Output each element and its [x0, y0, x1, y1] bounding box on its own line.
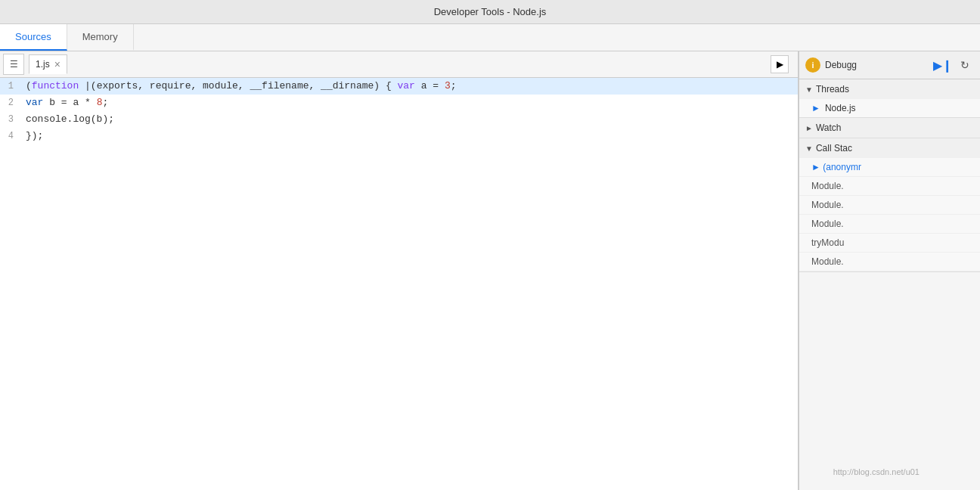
callstack-frame-label: Module.: [811, 219, 844, 229]
title-bar: Developer Tools - Node.js: [0, 0, 980, 24]
file-tab-1js[interactable]: 1.js ×: [29, 54, 67, 74]
callstack-frame-label: Module.: [811, 181, 844, 191]
callstack-item[interactable]: ► (anonymr: [799, 158, 980, 177]
callstack-item[interactable]: tryModu: [799, 234, 980, 253]
line-number: 3: [0, 111, 23, 128]
code-line: console.log(b);: [23, 111, 798, 128]
title-text: Developer Tools - Node.js: [434, 6, 547, 17]
editor-panel: ☰ 1.js × ▶ 1 (function |(exports, requir…: [0, 51, 799, 490]
callstack-item[interactable]: Module.: [799, 177, 980, 196]
threads-section-header[interactable]: ▼ Threads: [799, 79, 980, 99]
step-over-button[interactable]: ↻: [956, 56, 974, 74]
debugger-panel: i Debugg ▶❙ ↻ ▼ Threads ► Node.js ► Watc…: [799, 51, 980, 490]
run-btn-area: ▶: [771, 55, 795, 73]
watermark: http://blog.csdn.net/u01: [833, 467, 920, 476]
watch-collapse-arrow: ►: [805, 124, 813, 132]
callstack-frame-label: tryModu: [811, 237, 844, 248]
active-thread-arrow: ►: [811, 103, 820, 113]
code-line: (function |(exports, require, module, __…: [23, 78, 798, 95]
table-row: 1 (function |(exports, require, module, …: [0, 78, 798, 95]
file-tab-close-button[interactable]: ×: [54, 59, 60, 70]
run-script-button[interactable]: ▶: [771, 55, 789, 73]
code-line: });: [23, 128, 798, 144]
watch-section: ► Watch: [799, 118, 980, 138]
debug-info-icon: i: [805, 57, 820, 73]
callstack-frame-label: Module.: [811, 256, 844, 267]
table-row: 2 var b = a * 8;: [0, 95, 798, 111]
code-table: 1 (function |(exports, require, module, …: [0, 78, 798, 144]
debug-title-label: Debugg: [825, 60, 929, 70]
watch-label: Watch: [816, 122, 842, 133]
folder-toggle-button[interactable]: ☰: [3, 54, 24, 75]
thread-name: Node.js: [825, 103, 856, 113]
resume-button[interactable]: ▶❙: [933, 56, 951, 74]
folder-icon: ☰: [10, 59, 18, 70]
callstack-section: ▼ Call Stac ► (anonymr Module. Module. M…: [799, 138, 980, 272]
file-tab-label: 1.js: [36, 59, 50, 70]
tab-sources[interactable]: Sources: [0, 24, 67, 51]
line-number: 1: [0, 78, 23, 95]
file-tabs-bar: ☰ 1.js × ▶: [0, 51, 798, 78]
run-icon: ▶: [777, 59, 783, 70]
watch-section-header[interactable]: ► Watch: [799, 118, 980, 138]
main-tabs: Sources Memory: [0, 24, 980, 51]
threads-collapse-arrow: ▼: [805, 85, 813, 94]
callstack-label: Call Stac: [816, 143, 852, 154]
threads-section: ▼ Threads ► Node.js: [799, 79, 980, 118]
active-frame-arrow: ►: [811, 162, 820, 172]
callstack-item[interactable]: Module.: [799, 253, 980, 271]
callstack-section-header[interactable]: ▼ Call Stac: [799, 138, 980, 158]
threads-label: Threads: [816, 84, 849, 95]
code-editor[interactable]: 1 (function |(exports, require, module, …: [0, 78, 798, 490]
callstack-item[interactable]: Module.: [799, 215, 980, 234]
callstack-collapse-arrow: ▼: [805, 144, 813, 153]
table-row: 4 });: [0, 128, 798, 144]
callstack-frame-label: Module.: [811, 200, 844, 210]
tab-memory[interactable]: Memory: [67, 24, 134, 51]
debug-toolbar: i Debugg ▶❙ ↻: [799, 51, 980, 79]
line-number: 4: [0, 128, 23, 144]
code-line: var b = a * 8;: [23, 95, 798, 111]
callstack-item[interactable]: Module.: [799, 196, 980, 215]
callstack-frame-label: (anonymr: [823, 162, 861, 172]
thread-item-nodejs[interactable]: ► Node.js: [799, 99, 980, 117]
line-number: 2: [0, 95, 23, 111]
table-row: 3 console.log(b);: [0, 111, 798, 128]
content-area: ☰ 1.js × ▶ 1 (function |(exports, requir…: [0, 51, 980, 490]
